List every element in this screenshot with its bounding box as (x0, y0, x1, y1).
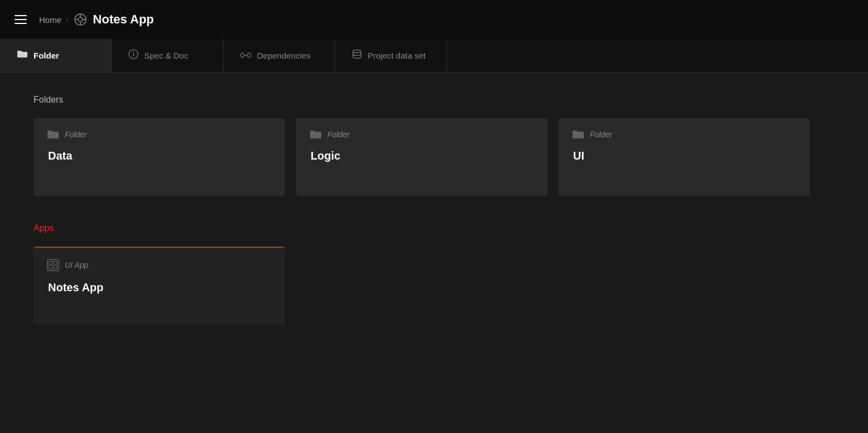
svg-rect-16 (54, 266, 57, 269)
link-tab-icon (240, 50, 251, 61)
tab-dependencies-label: Dependencies (257, 51, 311, 60)
ui-app-icon (47, 259, 59, 271)
apps-section: Apps UI App Notes App (34, 223, 834, 325)
svg-rect-13 (49, 261, 53, 264)
folder-card-ui[interactable]: Folder UI (559, 118, 810, 196)
svg-point-11 (353, 50, 361, 53)
folders-section-title: Folders (34, 95, 834, 105)
app-card-notes[interactable]: UI App Notes App (34, 247, 285, 325)
folder-card-type-row: Folder (47, 129, 271, 139)
top-bar: Home › Notes App (0, 0, 868, 39)
main-content: Folders Folder Data Folder Logic (0, 73, 868, 347)
svg-rect-9 (241, 53, 244, 57)
app-notes-name: Notes App (47, 281, 271, 294)
svg-rect-10 (247, 53, 251, 57)
tab-folder-label: Folder (34, 51, 59, 60)
folder-data-type-label: Folder (65, 130, 87, 139)
folder-logic-name: Logic (309, 150, 534, 162)
puzzle-icon (73, 12, 88, 27)
app-notes-type-label: UI App (65, 261, 88, 270)
breadcrumb-separator: › (66, 16, 68, 24)
folder-ui-name: UI (572, 150, 797, 162)
tab-spec-doc-label: Spec & Doc (144, 51, 188, 60)
tab-project-data-set-label: Project data set (368, 51, 426, 60)
folder-ui-icon (572, 129, 584, 139)
tab-spec-doc[interactable]: Spec & Doc (112, 39, 223, 72)
breadcrumb-home[interactable]: Home (39, 15, 61, 25)
folder-logic-icon (309, 129, 322, 139)
app-card-type-row: UI App (47, 259, 271, 271)
tab-folder[interactable]: Folder (0, 39, 112, 72)
tab-bar: Folder Spec & Doc Dependencies (0, 39, 868, 73)
folder-tab-icon (17, 50, 28, 61)
tab-project-data-set[interactable]: Project data set (335, 39, 447, 72)
folder-data-name: Data (47, 150, 271, 162)
folder-ui-type-label: Folder (590, 130, 612, 139)
folder-card-type-row-ui: Folder (572, 129, 797, 139)
breadcrumb: Home › Notes App (39, 12, 154, 27)
folder-card-data[interactable]: Folder Data (34, 118, 285, 196)
folder-card-icon (47, 129, 59, 139)
page-title: Notes App (93, 12, 154, 27)
info-tab-icon (128, 49, 139, 62)
database-tab-icon (352, 49, 362, 62)
svg-rect-14 (54, 261, 57, 264)
svg-rect-15 (49, 266, 53, 269)
apps-section-title: Apps (34, 223, 834, 233)
folders-grid: Folder Data Folder Logic Folder UI (34, 118, 834, 196)
svg-point-8 (133, 52, 134, 53)
folder-card-logic[interactable]: Folder Logic (296, 118, 547, 196)
menu-icon[interactable] (11, 12, 30, 27)
folder-logic-type-label: Folder (327, 130, 350, 139)
tab-dependencies[interactable]: Dependencies (223, 39, 335, 72)
folder-card-type-row-logic: Folder (309, 129, 534, 139)
svg-point-1 (78, 17, 83, 22)
